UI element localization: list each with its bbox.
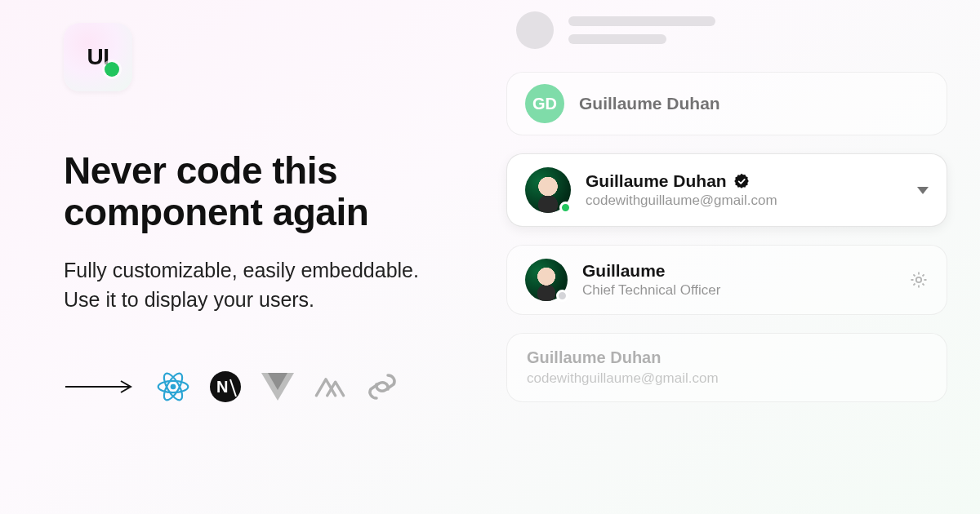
skeleton-line [568, 16, 715, 26]
user-name: Guillaume Duhan [579, 94, 720, 113]
user-name: Guillaume Duhan [527, 348, 661, 367]
svg-point-4 [171, 383, 176, 389]
user-card-role[interactable]: Guillaume Chief Technical Officer [506, 245, 947, 315]
user-card-initials[interactable]: GD Guillaume Duhan [506, 72, 947, 135]
next-icon: N [209, 370, 242, 403]
chevron-down-icon [917, 187, 929, 194]
user-card-verified[interactable]: Guillaume Duhan codewithguillaume@gmail.… [506, 153, 947, 227]
user-email: codewithguillaume@gmail.com [586, 193, 902, 209]
user-card-text-only[interactable]: Guillaume Duhan codewithguillaume@gmail.… [506, 333, 947, 402]
avatar-initials: GD [525, 84, 564, 123]
svelte-icon [366, 370, 399, 403]
avatar-photo [525, 259, 568, 301]
supported-frameworks: N [64, 370, 457, 403]
user-email: codewithguillaume@gmail.com [527, 370, 719, 387]
user-name: Guillaume Duhan [586, 171, 727, 191]
react-icon [157, 370, 189, 403]
hero-panel: UI Never code this component again Fully… [0, 0, 490, 514]
skeleton-avatar [516, 11, 554, 49]
svg-point-10 [916, 277, 921, 282]
skeleton-user-card [506, 11, 947, 54]
hero-subtitle: Fully customizable, easily embeddable. U… [64, 255, 423, 315]
gear-icon [909, 270, 929, 290]
verified-badge-icon [733, 173, 750, 189]
vue-icon [261, 370, 294, 403]
avatar-photo [525, 167, 571, 213]
user-role: Chief Technical Officer [582, 282, 894, 299]
arrow-right-icon [64, 379, 136, 394]
expand-button[interactable] [917, 187, 929, 194]
status-dot-offline [556, 290, 568, 302]
product-logo: UI [64, 23, 132, 91]
status-dot-online [559, 202, 572, 214]
svg-text:N: N [216, 378, 228, 396]
hero-headline: Never code this component again [64, 150, 439, 233]
nuxt-icon [314, 370, 346, 403]
product-logo-status-dot [105, 62, 119, 77]
user-name: Guillaume [582, 261, 894, 281]
component-showcase: GD Guillaume Duhan Guillaume Duhan codew… [490, 0, 980, 514]
settings-button[interactable] [909, 270, 929, 290]
skeleton-line [568, 34, 666, 44]
